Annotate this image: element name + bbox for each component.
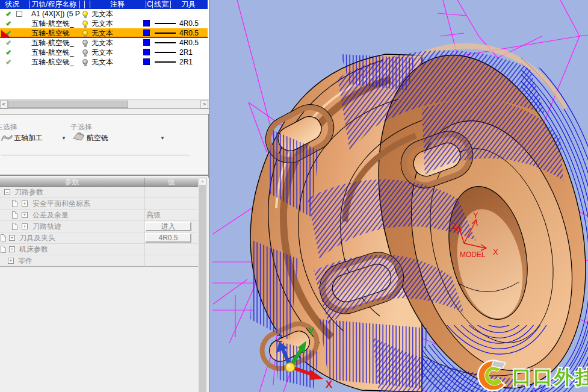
primary-dropdown-arrow-icon[interactable]: ▼ [61, 135, 66, 141]
page-icon [12, 223, 17, 230]
parameter-panel: 参数 值 − 刀路参数 + 安全平面和坐标系 + 公差及余量 高级 + 刀路轨迹… [0, 178, 209, 392]
toolpath-name: 五轴-航空铣_ [31, 38, 74, 48]
secondary-select-label: 子选择 [70, 122, 92, 132]
world-x-label: X [326, 379, 333, 390]
toolpath-table-header: 状况 刀轨/程序名称 注释 C 线宽 刀具 [0, 0, 208, 9]
world-y-label: Y [308, 326, 315, 337]
status-check-icon[interactable]: ✔ [5, 38, 11, 48]
toolpath-note: 无文本 [91, 48, 113, 57]
vscroll-up-icon[interactable]: ^ [199, 178, 206, 186]
toolpath-note: 无文本 [91, 57, 113, 67]
visibility-bulb-icon[interactable] [82, 30, 88, 36]
secondary-dropdown-arrow-icon[interactable]: ▼ [160, 135, 165, 141]
line-width-sample [155, 23, 176, 24]
divider [1, 155, 190, 155]
param-row[interactable]: + 公差及余量 高级 [0, 210, 198, 221]
toolpath-note: 无文本 [91, 38, 113, 48]
visibility-bulb-icon[interactable] [82, 59, 88, 64]
tree-expand-icon[interactable]: + [9, 246, 15, 252]
value-col-label: 值 [144, 178, 198, 187]
color-swatch[interactable] [143, 39, 150, 46]
param-label: 安全平面和坐标系 [32, 198, 90, 209]
tool-label: 2R1 [179, 48, 193, 57]
param-col-label: 参数 [0, 178, 144, 187]
line-width-sample [155, 42, 176, 43]
hscroll-thumb[interactable] [8, 101, 128, 108]
enter-button[interactable]: 进入 [145, 222, 191, 231]
panel-splitter[interactable] [0, 108, 209, 114]
tree-expand-icon[interactable]: + [22, 201, 28, 207]
param-row[interactable]: − 刀路参数 [0, 187, 198, 198]
tool-label: 4R0.5 [179, 19, 199, 28]
hscroll-right-icon[interactable]: > [200, 100, 208, 108]
color-swatch[interactable] [143, 49, 150, 55]
param-value: 高级 [146, 210, 161, 220]
visibility-bulb-icon[interactable] [82, 40, 88, 45]
line-width-sample [155, 33, 176, 34]
left-panel: 状况 刀轨/程序名称 注释 C 线宽 刀具 ✔ − A1 (4X[X]) (5 … [0, 0, 209, 392]
tree-expand-icon[interactable]: + [22, 212, 28, 218]
model-origin-label: MODEL [460, 250, 486, 259]
tool-label: 4R0.5 [179, 38, 199, 48]
visibility-bulb-icon[interactable] [82, 49, 88, 55]
visibility-bulb-icon[interactable] [82, 11, 88, 16]
toolpath-row[interactable]: ✔ 五轴-航空铣_ 无文本 4R0.5 [0, 38, 208, 48]
param-label: 机床参数 [19, 244, 48, 255]
hscroll-left-icon[interactable]: < [0, 100, 8, 108]
col-width: 线宽 [154, 0, 169, 9]
page-icon [12, 211, 17, 219]
col-name: 刀轨/程序名称 [31, 0, 76, 9]
param-row[interactable]: + 零件 [0, 255, 198, 267]
param-label: 公差及余量 [32, 210, 69, 220]
status-check-icon[interactable]: ✔ [5, 9, 11, 19]
color-swatch[interactable] [143, 30, 150, 36]
color-swatch[interactable] [143, 58, 150, 65]
toolpath-row[interactable]: ✔ 五轴-航空铣_ 无文本 2R1 [0, 57, 208, 67]
viewport-canvas[interactable]: Z Y X MODEL Z Y X 口口外挂 [209, 0, 588, 392]
toolpath-row[interactable]: ✔ − A1 (4X[X]) (5 P 无文本 [0, 9, 208, 19]
selected-row-underline [0, 37, 208, 38]
col-tool: 刀具 [181, 0, 196, 9]
visibility-bulb-icon[interactable] [82, 20, 88, 26]
param-label: 刀路轨迹 [32, 221, 61, 232]
toolpath-name: 五轴-航空铣_ [31, 48, 74, 57]
param-label: 刀具及夹头 [19, 232, 55, 243]
tree-collapse-icon[interactable]: − [16, 11, 22, 17]
status-check-icon[interactable]: ✔ [5, 57, 11, 67]
parameter-vscrollbar[interactable]: ^ [199, 178, 206, 392]
tree-expand-icon[interactable]: + [22, 223, 28, 229]
toolpath-note: 无文本 [91, 9, 113, 19]
model-y-label: Y [473, 211, 478, 220]
parameter-header: 参数 值 [0, 178, 198, 187]
toolpath-row[interactable]: ✔ 五轴-航空铣_ 无文本 2R1 [0, 48, 208, 57]
secondary-select-value[interactable]: 航空铣 [87, 133, 108, 143]
toolpath-name: 五轴-航空铣_ [31, 19, 74, 28]
tree-expand-icon[interactable]: + [9, 235, 15, 241]
param-row[interactable]: + 机床参数 [0, 244, 198, 255]
col-note: 注释 [110, 0, 125, 9]
param-row[interactable]: + 安全平面和坐标系 [0, 198, 198, 210]
tool-button[interactable]: 4R0.5 [145, 233, 191, 243]
selection-panel: 主选择 子选择 五轴加工 ▼ 航空铣 ▼ [0, 115, 208, 176]
model-z-label: Z [453, 222, 457, 231]
status-check-icon[interactable]: ✔ [5, 48, 11, 57]
col-status: 状况 [5, 0, 19, 9]
viewport-3d[interactable]: Z Y X MODEL Z Y X 口口外挂 [209, 0, 588, 392]
toolpath-hscrollbar[interactable]: < > [0, 99, 209, 108]
col-color: C [147, 0, 152, 9]
primary-select-value[interactable]: 五轴加工 [14, 133, 43, 143]
color-swatch[interactable] [143, 20, 150, 26]
param-row[interactable]: + 刀路轨迹 进入 [0, 221, 198, 232]
toolpath-row[interactable]: ✔ 五轴-航空铣_ 无文本 4R0.5 [0, 19, 208, 28]
toolpath-name: A1 (4X[X]) (5 P [31, 9, 80, 19]
model-x-label: X [493, 247, 498, 257]
surface-icon [72, 132, 85, 144]
tree-collapse-icon[interactable]: − [4, 189, 10, 195]
world-z-label: Z [276, 333, 282, 344]
watermark-text: 口口外挂 [512, 366, 588, 388]
status-check-icon[interactable]: ✔ [5, 19, 11, 28]
page-icon [1, 234, 6, 241]
param-row[interactable]: + 刀具及夹头 4R0.5 [0, 232, 198, 244]
tree-expand-icon[interactable]: + [8, 258, 14, 264]
toolpath-name: 五轴-航空铣_ [31, 57, 74, 67]
